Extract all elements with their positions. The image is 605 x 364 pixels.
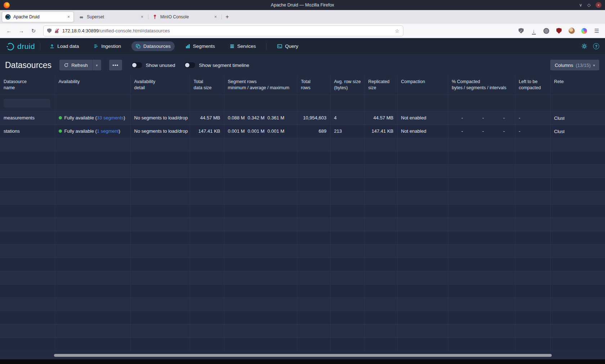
col-total-data-size[interactable]: Totaldata size [190, 76, 224, 95]
url-bar[interactable]: 172.18.0.4:30899/unified-console.html#da… [43, 26, 403, 36]
tracking-protection-shield-icon[interactable] [47, 28, 51, 33]
empty-table-row [0, 258, 605, 271]
back-button[interactable]: ← [4, 26, 14, 36]
datasource-filter-input[interactable] [4, 98, 50, 108]
druid-favicon [5, 14, 11, 20]
cell-pct-compacted: --- [448, 111, 515, 124]
ingestion-icon [93, 44, 99, 49]
cell-datasource-name[interactable]: measurements [0, 111, 55, 124]
druid-logo[interactable]: druid [6, 42, 35, 51]
cell-datasource-name[interactable]: stations [0, 124, 55, 138]
tab-label: Apache Druid [13, 14, 64, 19]
refresh-label: Refresh [71, 63, 88, 68]
account-icon[interactable] [542, 26, 551, 36]
cell-retention: Cluster default [550, 111, 605, 124]
help-icon[interactable]: ? [593, 43, 599, 49]
cell-left-to-compact: - [515, 111, 550, 124]
url-text: 172.18.0.4:30899/unified-console.html#da… [62, 28, 392, 33]
tab-apache-druid[interactable]: Apache Druid × [2, 12, 73, 22]
new-tab-button[interactable]: + [223, 12, 232, 22]
ublock-origin-icon[interactable] [554, 26, 564, 36]
settings-gear-icon[interactable] [581, 43, 588, 50]
insecure-lock-icon[interactable] [54, 28, 59, 33]
col-replicated-size[interactable]: Replicatedsize [364, 76, 397, 95]
col-avg-row-size[interactable]: Avg. row size(bytes) [330, 76, 364, 95]
col-compaction[interactable]: Compaction [397, 76, 448, 95]
close-button[interactable]: × [596, 2, 601, 8]
brand-text: druid [17, 42, 35, 51]
cell-total-rows: 689 [297, 124, 330, 138]
segments-link[interactable]: 1 segment [97, 128, 119, 134]
refresh-icon [64, 63, 69, 68]
cell-left-to-compact: - [515, 124, 550, 138]
cell-replicated-size: 44.57 MB [364, 111, 397, 124]
nav-load-data[interactable]: Load data [45, 41, 83, 51]
nav-label: Services [237, 44, 256, 49]
refresh-button[interactable]: Refresh [59, 60, 92, 70]
navigation-toolbar: ← → ↻ 172.18.0.4:30899/unified-console.h… [0, 24, 605, 38]
col-availability[interactable]: Availability [55, 76, 130, 95]
table-row[interactable]: stations Fully available (1 segment) No … [0, 124, 605, 138]
cell-availability-detail: No segments to load/drop [130, 124, 190, 138]
nav-label: Segments [193, 44, 215, 49]
extension-pinwheel-icon[interactable] [579, 26, 589, 36]
nav-label: Load data [57, 44, 79, 49]
tab-close-icon[interactable]: × [214, 14, 218, 19]
nav-services[interactable]: Services [225, 41, 260, 51]
tab-close-icon[interactable]: × [67, 14, 71, 19]
col-retention[interactable]: Retention [550, 76, 605, 95]
toggle-label: Show segment timeline [199, 63, 249, 68]
col-datasource-name[interactable]: Datasourcename [0, 76, 55, 95]
reload-button[interactable]: ↻ [28, 26, 39, 36]
tab-superset[interactable]: ∞ Superset × [76, 12, 147, 22]
columns-count: (13/15) [576, 63, 591, 68]
cell-avg-row-size: 213 [330, 124, 364, 138]
more-options-button[interactable]: ••• [109, 60, 122, 70]
druid-logo-icon [6, 42, 15, 51]
minimize-icon[interactable]: ∨ [579, 2, 582, 8]
tab-minio-console[interactable]: MinIO Console × [149, 12, 220, 22]
maximize-icon[interactable]: ◇ [587, 2, 591, 8]
nav-ingestion[interactable]: Ingestion [89, 41, 125, 51]
tab-label: Superset [87, 14, 138, 19]
empty-table-row [0, 271, 605, 284]
table-row[interactable]: measurements Fully available (33 segment… [0, 111, 605, 124]
bookmark-star-icon[interactable]: ☆ [395, 28, 399, 34]
empty-table-row [0, 244, 605, 258]
tab-label: MinIO Console [160, 14, 211, 19]
cell-availability: Fully available (1 segment) [55, 124, 130, 138]
show-segment-timeline-toggle[interactable]: Show segment timeline [184, 62, 249, 68]
show-unused-toggle[interactable]: Show unused [131, 62, 175, 68]
menu-button[interactable]: ☰ [592, 26, 601, 36]
tab-close-icon[interactable]: × [140, 14, 144, 19]
columns-button[interactable]: Columns (13/15) ▾ [550, 60, 599, 70]
profile-avatar[interactable] [567, 26, 576, 36]
col-segment-rows[interactable]: Segment rowsminimum / average / maximum [224, 76, 297, 95]
segments-link[interactable]: 33 segments [97, 115, 124, 120]
col-availability-detail[interactable]: Availabilitydetail [130, 76, 190, 95]
toggle-knob [185, 63, 189, 67]
toggle-knob [132, 63, 136, 67]
empty-table-row [0, 218, 605, 231]
columns-label: Columns [555, 63, 573, 68]
col-pct-compacted[interactable]: % Compactedbytes / segments / intervals [448, 76, 515, 95]
col-left-to-compact[interactable]: Left to becompacted [515, 76, 550, 95]
url-path: /unified-console.html#datasources [99, 28, 170, 33]
chevron-down-icon: ▾ [593, 63, 595, 67]
horizontal-scrollbar[interactable] [54, 354, 552, 357]
empty-table-row [0, 178, 605, 191]
forward-button[interactable]: → [16, 26, 27, 36]
chevron-down-icon: ▾ [96, 63, 98, 67]
nav-query[interactable]: Query [273, 41, 302, 51]
empty-table-row [0, 191, 605, 204]
refresh-dropdown-button[interactable]: ▾ [93, 60, 101, 70]
nav-datasources[interactable]: Datasources [131, 41, 175, 51]
nav-segments[interactable]: Segments [181, 41, 219, 51]
datasources-table: Datasourcename Availability Availability… [0, 76, 605, 351]
downloads-icon[interactable]: ↓ [529, 26, 538, 36]
shield-check-icon[interactable]: ✓ [516, 26, 526, 36]
col-total-rows[interactable]: Totalrows [297, 76, 330, 95]
nav-label: Ingestion [101, 44, 121, 49]
page-title: Datasources [5, 60, 51, 70]
cell-segment-rows: 0.088 M0.342 M0.361 M [224, 111, 297, 124]
